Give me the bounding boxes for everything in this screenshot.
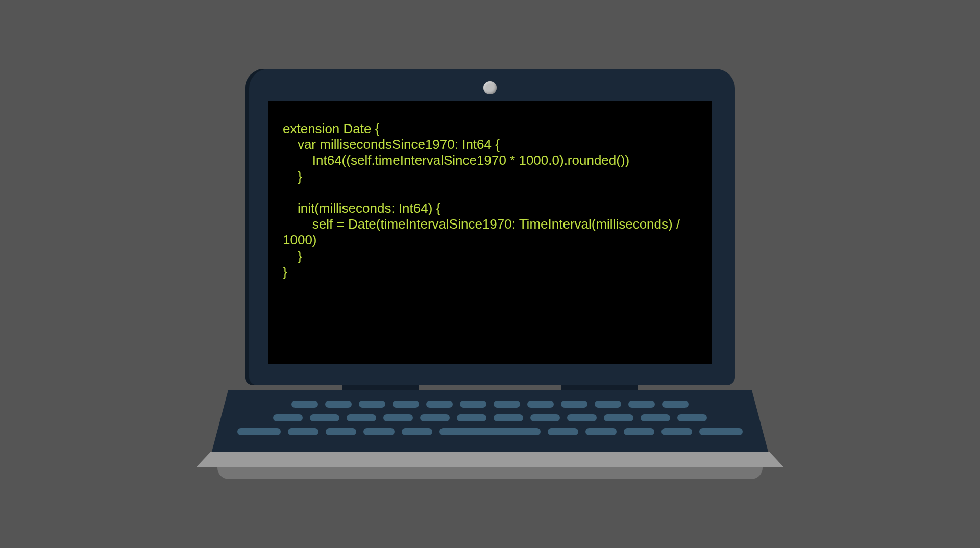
laptop-screen-bezel: extension Date { var millisecondsSince19… bbox=[245, 69, 735, 385]
code-snippet: extension Date { var millisecondsSince19… bbox=[283, 121, 697, 280]
laptop-keyboard bbox=[212, 390, 768, 452]
keyboard-row bbox=[237, 428, 743, 435]
key bbox=[460, 401, 486, 408]
key bbox=[604, 414, 633, 421]
key bbox=[402, 428, 432, 435]
key bbox=[291, 401, 318, 408]
key bbox=[383, 414, 413, 421]
key bbox=[628, 401, 655, 408]
spacebar-key bbox=[439, 428, 541, 435]
code-line: var millisecondsSince1970: Int64 { bbox=[283, 137, 500, 152]
code-line: } bbox=[283, 169, 302, 184]
webcam-icon bbox=[483, 81, 497, 94]
code-line: } bbox=[283, 248, 302, 264]
laptop-illustration: extension Date { var millisecondsSince19… bbox=[197, 69, 783, 479]
key bbox=[420, 414, 450, 421]
key bbox=[662, 428, 692, 435]
key bbox=[561, 401, 587, 408]
key bbox=[567, 414, 597, 421]
key bbox=[393, 401, 419, 408]
laptop-base-top bbox=[197, 452, 783, 467]
key bbox=[325, 401, 352, 408]
laptop-base-bottom bbox=[217, 467, 763, 479]
key bbox=[273, 414, 303, 421]
key bbox=[326, 428, 356, 435]
key bbox=[363, 428, 394, 435]
code-line: } bbox=[283, 264, 287, 280]
key bbox=[530, 414, 560, 421]
key bbox=[699, 428, 743, 435]
key bbox=[494, 401, 520, 408]
key bbox=[585, 428, 616, 435]
key bbox=[662, 401, 689, 408]
key bbox=[641, 414, 670, 421]
code-line: self = Date(timeIntervalSince1970: TimeI… bbox=[283, 216, 683, 247]
key bbox=[347, 414, 376, 421]
code-line: extension Date { bbox=[283, 121, 379, 136]
laptop-screen: extension Date { var millisecondsSince19… bbox=[268, 101, 712, 364]
key bbox=[527, 401, 554, 408]
key bbox=[548, 428, 578, 435]
key bbox=[359, 401, 385, 408]
code-line: init(milliseconds: Int64) { bbox=[283, 201, 440, 216]
keyboard-row bbox=[237, 414, 743, 421]
key bbox=[494, 414, 523, 421]
key bbox=[677, 414, 707, 421]
key bbox=[426, 401, 453, 408]
keyboard-row bbox=[237, 401, 743, 408]
code-line: Int64((self.timeIntervalSince1970 * 1000… bbox=[283, 153, 629, 168]
key bbox=[237, 428, 281, 435]
key bbox=[457, 414, 486, 421]
key bbox=[288, 428, 318, 435]
key bbox=[595, 401, 621, 408]
key bbox=[310, 414, 339, 421]
key bbox=[624, 428, 654, 435]
